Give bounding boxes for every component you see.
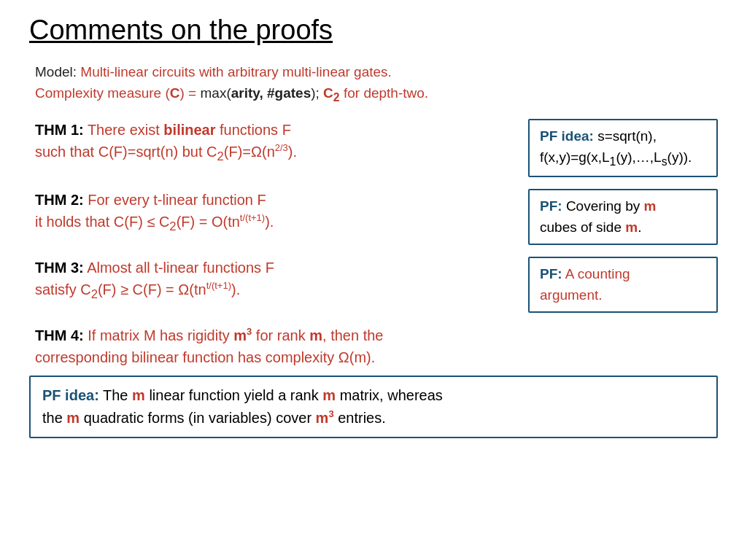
thm4-pf-box: PF idea: The m linear function yield a r… (29, 376, 718, 438)
thm4-pf-m3: m (66, 410, 80, 426)
thm1-body2: such that C(F)=sqrt(n) but C2(F)=Ω(n2/3)… (35, 144, 297, 160)
thm4-m1: m3 (233, 327, 252, 343)
complexity-close: ); (311, 85, 323, 101)
model-desc: Multi-linear circuits with arbitrary mul… (80, 64, 392, 79)
thm1-pf-f: f(x,y)=g(x,L1(y),…,Ls(y)). (540, 149, 692, 165)
thm4-pf-text1: The (103, 387, 132, 403)
thm4-pf-line2-end: entries. (338, 410, 386, 426)
thm2-row: THM 2: For every t-linear function F it … (29, 189, 718, 245)
thm3-pf-label: PF: (540, 266, 562, 281)
thm2-m2: m (625, 219, 638, 235)
thm2-body2: it holds that C(F) ≤ C2(F) = O(tnt/(t+1)… (35, 214, 274, 230)
thm1-pf-s: s=sqrt(n), (597, 128, 657, 144)
complexity-arity: arity, #gates (231, 85, 311, 101)
thm1-row: THM 1: There exist bilinear functions F … (29, 119, 718, 177)
thm4-body1: If matrix M has rigidity m3 for rank m, … (88, 327, 383, 343)
thm2-pf-cover: Covering by m (566, 198, 657, 214)
thm4-pf-line2-mid: quadratic forms (in variables) cover (84, 410, 316, 426)
thm3-pf-box: PF: A countingargument. (528, 257, 718, 313)
thm1-bilinear: bilinear (163, 122, 215, 138)
complexity-line: Complexity measure (C) = (35, 85, 201, 101)
thm2-text: THM 2: For every t-linear function F it … (29, 189, 506, 236)
thm2-m1: m (644, 198, 657, 214)
thm4-pf-text3: matrix, whereas (340, 387, 443, 403)
thm2-label: THM 2: (35, 192, 84, 208)
thm4-pf-text2: linear function yield a rank (149, 387, 322, 403)
thm1-label: THM 1: (35, 122, 84, 138)
thm1-pf-box: PF idea: s=sqrt(n), f(x,y)=g(x,L1(y),…,L… (528, 119, 718, 177)
thm3-body1: Almost all t-linear functions F (87, 260, 274, 276)
thm2-pf-cubes: cubes of side m. (540, 219, 641, 235)
thm2-body1: For every t-linear function F (88, 192, 266, 208)
thm1-body1: There exist bilinear functions F (88, 122, 291, 138)
thm4-block: THM 4: If matrix M has rigidity m3 for r… (29, 324, 718, 368)
thm4-pf-m4: m3 (316, 410, 334, 426)
complexity-max: max( (201, 85, 231, 101)
thm4-body2: corresponding bilinear function has comp… (35, 349, 375, 365)
thm4-pf-line2-start: the (42, 410, 66, 426)
thm3-label: THM 3: (35, 260, 84, 276)
thm3-body2: satisfy C2(F) ≥ C(F) = Ω(tnt/(t+1)). (35, 281, 240, 298)
model-label: Model: (35, 64, 77, 79)
complexity-C2: C2 (323, 85, 340, 101)
thm4-pf-m1: m (132, 387, 145, 403)
complexity-C: C (170, 85, 180, 101)
thm1-text: THM 1: There exist bilinear functions F … (29, 119, 506, 166)
thm3-text: THM 3: Almost all t-linear functions F s… (29, 257, 506, 303)
thm4-m2: m (309, 327, 322, 343)
page-title: Comments on the proofs (29, 15, 718, 46)
model-block: Model: Multi-linear circuits with arbitr… (29, 62, 718, 106)
complexity-tail: for depth-two. (344, 85, 428, 101)
thm4-label: THM 4: (35, 327, 84, 343)
thm1-pf-label: PF idea: (540, 128, 594, 144)
thm3-row: THM 3: Almost all t-linear functions F s… (29, 257, 718, 313)
thm4-pf-label: PF idea: (42, 387, 99, 403)
thm2-pf-box: PF: Covering by m cubes of side m. (528, 189, 718, 245)
thm2-pf-label: PF: (540, 198, 562, 214)
thm4-pf-m2: m (322, 387, 336, 403)
